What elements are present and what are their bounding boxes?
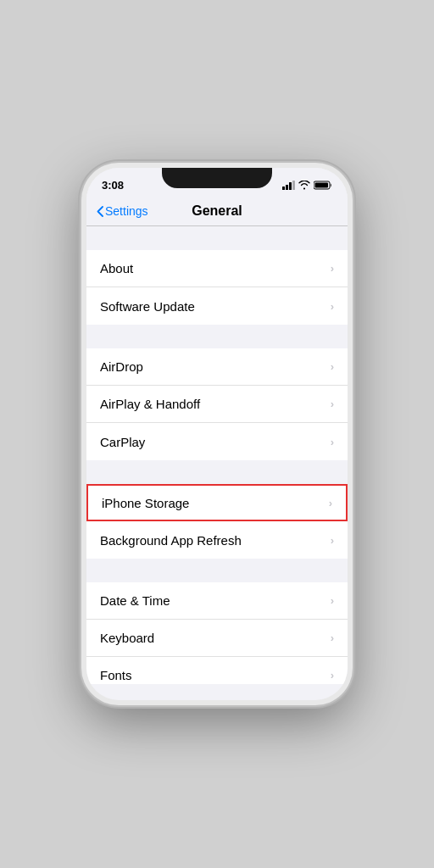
carplay-label: CarPlay [100, 435, 145, 449]
battery-icon [314, 181, 332, 190]
airdrop-item[interactable]: AirDrop › [86, 348, 348, 386]
fonts-chevron: › [331, 669, 334, 682]
page-title: General [192, 203, 242, 219]
date-time-right: › [331, 594, 334, 607]
airplay-handoff-right: › [331, 398, 334, 410]
about-label: About [100, 261, 133, 275]
date-time-chevron: › [331, 594, 334, 607]
svg-rect-5 [315, 182, 329, 187]
nav-bar: Settings General [86, 198, 348, 226]
settings-list: About › Software Update › AirDrop [86, 226, 348, 684]
about-item[interactable]: About › [86, 250, 348, 287]
iphone-storage-label: iPhone Storage [102, 496, 189, 510]
airdrop-right: › [331, 360, 334, 373]
date-time-item[interactable]: Date & Time › [86, 582, 348, 620]
software-update-item[interactable]: Software Update › [86, 287, 348, 325]
carplay-right: › [331, 436, 334, 448]
signal-icon [282, 181, 295, 190]
svg-rect-3 [292, 181, 295, 190]
software-update-chevron: › [331, 300, 334, 313]
notch [162, 168, 272, 188]
airplay-handoff-chevron: › [331, 398, 334, 410]
status-time: 3:08 [102, 179, 124, 192]
fonts-label: Fonts [100, 668, 132, 682]
background-app-refresh-item[interactable]: Background App Refresh › [86, 521, 348, 559]
group-2: AirDrop › AirPlay & Handoff › CarPlay › [86, 348, 348, 460]
wifi-icon [298, 181, 310, 190]
background-app-refresh-right: › [331, 534, 334, 547]
airdrop-label: AirDrop [100, 359, 143, 374]
group-4: Date & Time › Keyboard › Fonts › [86, 582, 348, 684]
date-time-label: Date & Time [100, 593, 170, 608]
chevron-left-icon [97, 206, 103, 217]
about-chevron: › [331, 262, 334, 275]
keyboard-item[interactable]: Keyboard › [86, 620, 348, 657]
svg-rect-2 [289, 182, 292, 190]
back-button[interactable]: Settings [97, 204, 148, 218]
svg-rect-0 [282, 186, 285, 190]
airdrop-chevron: › [331, 360, 334, 373]
group-3: iPhone Storage › Background App Refresh … [86, 484, 348, 559]
iphone-storage-right: › [329, 497, 332, 509]
software-update-right: › [331, 300, 334, 313]
keyboard-label: Keyboard [100, 631, 154, 645]
background-app-refresh-label: Background App Refresh [100, 533, 242, 548]
carplay-chevron: › [331, 436, 334, 448]
phone-frame: 3:08 [81, 163, 353, 705]
iphone-storage-item[interactable]: iPhone Storage › [86, 484, 348, 521]
airplay-handoff-label: AirPlay & Handoff [100, 397, 200, 411]
svg-rect-1 [286, 185, 288, 190]
iphone-storage-chevron: › [329, 497, 332, 509]
fonts-item[interactable]: Fonts › [86, 657, 348, 684]
about-right: › [331, 262, 334, 275]
carplay-item[interactable]: CarPlay › [86, 423, 348, 460]
group-1: About › Software Update › [86, 250, 348, 325]
keyboard-right: › [331, 632, 334, 644]
software-update-label: Software Update [100, 299, 195, 314]
keyboard-chevron: › [331, 632, 334, 644]
background-app-refresh-chevron: › [331, 534, 334, 547]
fonts-right: › [331, 669, 334, 682]
phone-screen: 3:08 [86, 168, 348, 700]
airplay-handoff-item[interactable]: AirPlay & Handoff › [86, 386, 348, 423]
status-icons [282, 181, 332, 190]
back-label: Settings [105, 204, 148, 218]
